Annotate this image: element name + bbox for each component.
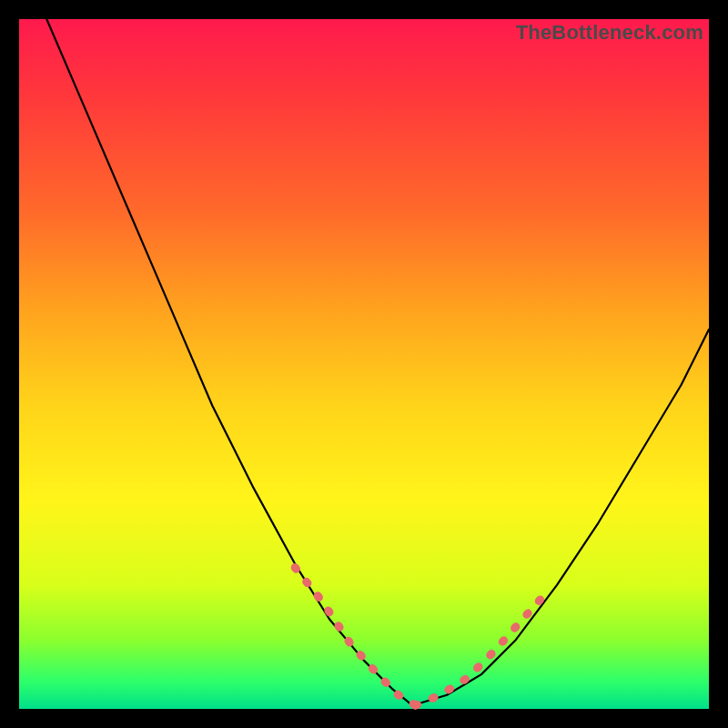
chart-frame: TheBottleneck.com xyxy=(0,0,728,728)
series-curve-left xyxy=(46,19,412,705)
series-highlight-right xyxy=(416,588,551,705)
series-curve-right xyxy=(412,329,709,705)
chart-svg-overlay xyxy=(19,19,709,709)
series-highlight-left xyxy=(295,568,416,706)
chart-plot-area: TheBottleneck.com xyxy=(19,19,709,709)
